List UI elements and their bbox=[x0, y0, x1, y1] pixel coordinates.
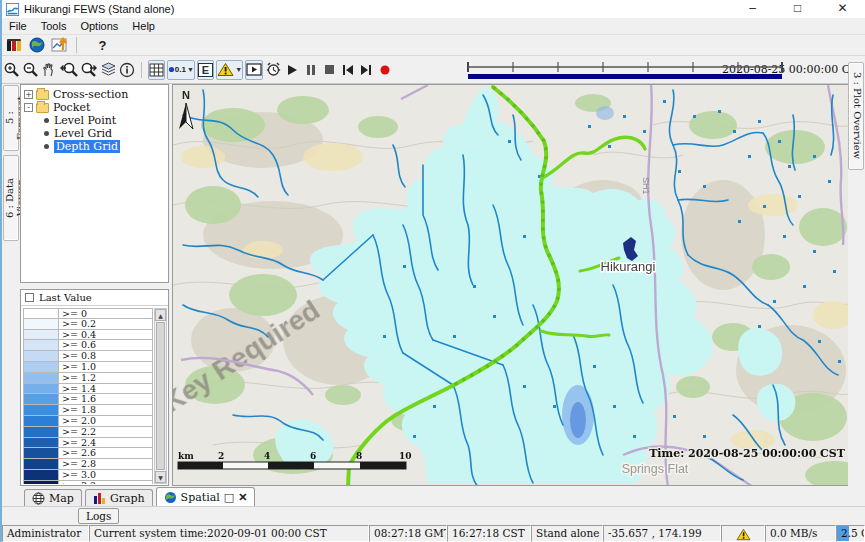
right-tab-strip: 3 : Plot Overview bbox=[848, 60, 865, 486]
legend-swatch bbox=[23, 319, 59, 330]
animation-icon[interactable] bbox=[245, 60, 263, 80]
status-coordinates: -35.657 , 174.199 bbox=[603, 525, 721, 542]
chevron-down-icon: ▼ bbox=[235, 66, 242, 73]
legend-swatch bbox=[23, 373, 59, 384]
legend-swatch bbox=[23, 351, 59, 362]
legend-scrollbar[interactable]: ▲ ▼ bbox=[154, 308, 167, 484]
toolbar-separator bbox=[141, 62, 142, 78]
tab-label: Graph bbox=[110, 492, 145, 505]
svg-text:N: N bbox=[182, 89, 190, 101]
last-frame-icon[interactable] bbox=[358, 60, 375, 80]
legend-swatch bbox=[23, 438, 59, 449]
scroll-up-icon[interactable]: ▲ bbox=[155, 309, 166, 321]
folder-icon bbox=[36, 90, 49, 100]
help-icon[interactable]: ? bbox=[92, 35, 113, 55]
grid-icon[interactable] bbox=[148, 60, 165, 80]
logs-button[interactable]: Logs bbox=[78, 508, 119, 524]
bullet-icon bbox=[44, 131, 49, 136]
close-button[interactable]: ✕ bbox=[820, 0, 865, 18]
tree-item-label: Cross-section bbox=[53, 88, 128, 101]
zoom-out-icon[interactable] bbox=[22, 60, 39, 80]
tree-item-cross-section[interactable]: + Cross-section bbox=[22, 88, 167, 101]
first-frame-icon[interactable] bbox=[340, 60, 357, 80]
pause-icon[interactable] bbox=[303, 60, 320, 80]
menu-bar: File Tools Options Help bbox=[2, 18, 865, 35]
legend-swatch bbox=[23, 330, 59, 341]
legend-row: >= 1.2 bbox=[23, 373, 153, 384]
tab-plot-overview[interactable]: 3 : Plot Overview bbox=[848, 62, 864, 170]
svg-text:4: 4 bbox=[264, 451, 270, 461]
scroll-down-icon[interactable]: ▼ bbox=[155, 471, 166, 483]
map-view[interactable]: API Key Required API Key Required bbox=[172, 84, 849, 486]
tree-item-pocket[interactable]: - Pocket bbox=[22, 101, 167, 114]
application-window: Hikurangi FEWS (Stand alone) – □ ✕ File … bbox=[0, 0, 865, 542]
layers-icon[interactable] bbox=[100, 60, 117, 80]
tab-label: Spatial bbox=[181, 491, 220, 504]
pan-icon[interactable] bbox=[41, 60, 58, 80]
time-settings-icon[interactable] bbox=[265, 60, 282, 80]
tree-item-level-point[interactable]: Level Point bbox=[22, 114, 167, 127]
legend-swatch bbox=[23, 448, 59, 459]
zoom-previous-icon[interactable] bbox=[60, 60, 78, 80]
tree-item-label: Pocket bbox=[53, 101, 90, 114]
legend-label: >= 1.2 bbox=[59, 373, 153, 384]
interval-value: 0.1 bbox=[175, 65, 186, 74]
tree-item-label: Level Grid bbox=[54, 127, 112, 140]
menu-file[interactable]: File bbox=[2, 20, 34, 32]
menu-tools[interactable]: Tools bbox=[34, 20, 74, 32]
status-warning[interactable] bbox=[721, 525, 765, 542]
time-slider[interactable] bbox=[466, 59, 716, 81]
expand-icon[interactable]: + bbox=[24, 90, 33, 99]
svg-text:km: km bbox=[178, 451, 194, 461]
warning-icon bbox=[736, 528, 751, 541]
stop-icon[interactable] bbox=[321, 60, 338, 80]
tab-graph[interactable]: Graph bbox=[85, 489, 153, 506]
profile-icon[interactable]: E bbox=[197, 60, 214, 80]
tab-spatial[interactable]: Spatial □ ✕ bbox=[156, 487, 256, 506]
legend-title: Last Value bbox=[39, 292, 92, 303]
legend-panel: Last Value >= 0 >= 0.2 >= 0.4 >= 0.6 >= … bbox=[20, 289, 169, 486]
legend-swatch bbox=[23, 394, 59, 405]
last-value-checkbox[interactable] bbox=[25, 293, 34, 302]
legend-swatch bbox=[23, 308, 59, 319]
tree-item-depth-grid[interactable]: Depth Grid bbox=[22, 140, 167, 153]
tab-maximize-icon[interactable]: □ bbox=[224, 491, 234, 504]
play-icon[interactable] bbox=[284, 60, 301, 80]
interval-dropdown[interactable]: 0.1 ▼ bbox=[167, 60, 195, 80]
legend-swatch bbox=[23, 459, 59, 470]
menu-options[interactable]: Options bbox=[73, 20, 125, 32]
legend-table: >= 0 >= 0.2 >= 0.4 >= 0.6 >= 0.8 >= 1.0 … bbox=[23, 308, 153, 484]
tab-map[interactable]: Map bbox=[24, 489, 82, 506]
tab-close-icon[interactable]: ✕ bbox=[238, 491, 247, 504]
status-bar: Administrator Current system time:2020-0… bbox=[2, 525, 865, 542]
legend-swatch bbox=[23, 362, 59, 373]
zoom-next-icon[interactable] bbox=[80, 60, 98, 80]
map-toolbar: 0.1 ▼ E ▼ bbox=[2, 56, 865, 84]
maximize-button[interactable]: □ bbox=[775, 0, 820, 18]
menu-help[interactable]: Help bbox=[125, 20, 162, 32]
chevron-down-icon: ▼ bbox=[187, 66, 194, 73]
tab-data-viewer[interactable]: 6 : Data Viewer bbox=[3, 155, 19, 241]
app-logo-icon bbox=[6, 3, 19, 16]
time-slider-bar bbox=[468, 74, 782, 79]
legend-swatch bbox=[23, 481, 59, 484]
globe-icon[interactable] bbox=[26, 35, 47, 55]
thresholds-icon[interactable]: ▼ bbox=[216, 60, 243, 80]
tree-item-level-grid[interactable]: Level Grid bbox=[22, 127, 167, 140]
database-icon[interactable] bbox=[3, 35, 24, 55]
zoom-in-icon[interactable] bbox=[3, 60, 20, 80]
timeseries-chart-icon[interactable] bbox=[49, 35, 70, 55]
status-download-speed: 0.0 MB/s bbox=[765, 525, 836, 542]
bottom-tab-bar: Map Graph Spatial □ ✕ bbox=[2, 487, 865, 507]
legend-swatch bbox=[23, 416, 59, 427]
info-icon[interactable] bbox=[119, 60, 136, 80]
minimize-button[interactable]: – bbox=[730, 0, 775, 18]
legend-swatch bbox=[23, 427, 59, 438]
collapse-icon[interactable]: - bbox=[24, 103, 33, 112]
record-icon[interactable] bbox=[377, 60, 394, 80]
tab-forecast[interactable]: 5 : Forecast bbox=[3, 85, 19, 151]
scroll-thumb[interactable] bbox=[156, 322, 165, 470]
tab-label: Map bbox=[49, 492, 74, 505]
legend-swatch bbox=[23, 384, 59, 395]
legend-label: >= 3.2 bbox=[59, 481, 153, 484]
